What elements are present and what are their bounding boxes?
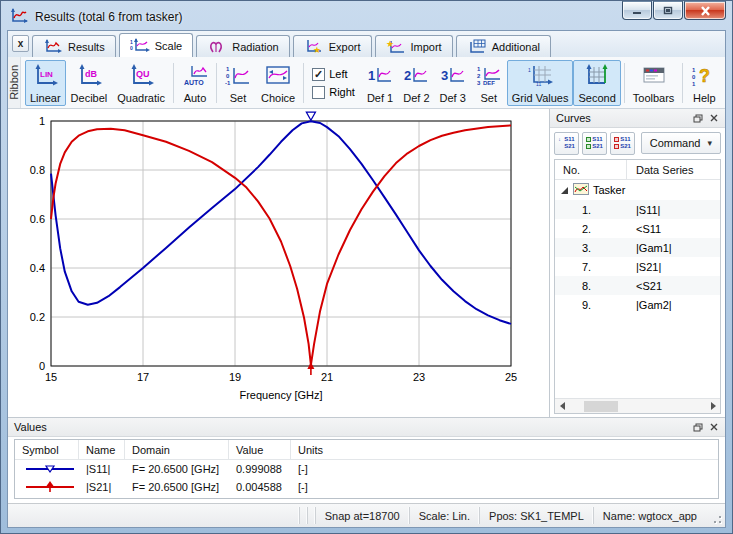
value-row-s21[interactable]: |S21| F= 20.6500 [GHz] 0.004588 [-] (15, 478, 718, 496)
tab-additional[interactable]: Additional (456, 35, 551, 57)
toolbars-icon (641, 63, 667, 87)
scrollbar-track[interactable] (570, 399, 705, 413)
svg-text:1: 1 (477, 66, 481, 72)
ribbon-close-button[interactable]: x (12, 35, 29, 52)
ribbon: Ribbon LIN Linear dB Decibel QU Quadrati… (8, 57, 725, 109)
button-label: Def 3 (440, 92, 466, 104)
svg-text:0.2: 0.2 (30, 311, 45, 323)
button-label: Second (578, 92, 615, 104)
statusbar-ppos: Ppos: SK1_TEMPL (479, 507, 593, 524)
column-header-data-series[interactable]: Data Series (627, 164, 720, 176)
tree-group-label: Tasker (593, 184, 625, 196)
def2-button[interactable]: 2 Def 2 (398, 60, 434, 106)
curve-row-s21-mag[interactable]: 7. |S21| (555, 257, 720, 276)
close-button[interactable] (684, 1, 726, 20)
decibel-scale-icon: dB (76, 63, 102, 87)
second-grid-icon (584, 63, 610, 87)
horizontal-scrollbar[interactable] (555, 398, 720, 413)
button-label: Set (481, 92, 498, 104)
set-definitions-button[interactable]: 123DEF Set (471, 60, 507, 106)
svg-text:2: 2 (477, 73, 481, 79)
additional-chart-icon (467, 39, 487, 54)
svg-text:19: 19 (229, 371, 241, 383)
curve-row-gam2[interactable]: 9. |Gam2| (555, 295, 720, 314)
plot-area[interactable]: 15171921232500.20.40.60.81Frequency [GHz… (8, 109, 549, 417)
command-dropdown-button[interactable]: Command ▾ (641, 132, 721, 154)
statusbar: Snap at=18700 Scale: Lin. Ppos: SK1_TEMP… (8, 503, 725, 527)
def1-button[interactable]: 1 Def 1 (362, 60, 398, 106)
scroll-right-icon[interactable] (705, 399, 720, 413)
resize-grip[interactable] (708, 510, 723, 525)
statusbar-name: Name: wgtocx_app (593, 507, 706, 524)
svg-text:11: 11 (536, 81, 541, 87)
second-grid-button[interactable]: Second (573, 60, 620, 106)
window-bottom-frame (1, 528, 732, 533)
curve-row-s21-phase[interactable]: 8. <S21 (555, 276, 720, 295)
uncheck-all-curves-button[interactable]: S11 S21 (610, 132, 635, 155)
choice-button[interactable]: Choice (256, 60, 300, 106)
curve-row-gam1[interactable]: 3. |Gam1| (555, 238, 720, 257)
ribbon-separator (303, 63, 304, 103)
curves-table-header: No. Data Series (555, 160, 720, 180)
column-header-value: Value (229, 440, 291, 459)
scrollbar-thumb[interactable] (584, 401, 618, 412)
tasker-chart-icon (573, 183, 589, 197)
close-panel-icon[interactable] (706, 420, 722, 435)
def1-icon: 1 (367, 63, 393, 87)
button-label: Def 1 (367, 92, 393, 104)
expander-icon[interactable] (559, 185, 569, 195)
grid-values-button[interactable]: 111 Grid Values (507, 60, 574, 106)
left-axis-checkbox[interactable]: ✓ Left (312, 68, 355, 81)
svg-text:0.8: 0.8 (30, 164, 45, 176)
toolbars-button[interactable]: Toolbars (628, 60, 680, 106)
set-scale-icon: 10-1 (225, 63, 251, 87)
right-axis-checkbox[interactable]: Right (312, 86, 355, 99)
svg-text:0.4: 0.4 (30, 262, 45, 274)
scroll-left-icon[interactable] (555, 399, 570, 413)
curve-row-s11-phase[interactable]: 2. <S11 (555, 219, 720, 238)
tree-group-tasker[interactable]: Tasker (555, 180, 720, 200)
tab-import[interactable]: ★ Import (375, 35, 453, 57)
ribbon-separator (624, 63, 625, 103)
check-all-curves-button[interactable]: S11 S21 (582, 132, 607, 155)
ribbon-side-strip: Ribbon (8, 57, 21, 108)
def3-button[interactable]: 3 Def 3 (435, 60, 471, 106)
close-panel-icon[interactable] (706, 111, 722, 126)
tab-results[interactable]: Results (32, 35, 116, 57)
help-button[interactable]: 101? Help (686, 60, 722, 106)
set-scale-button[interactable]: 10-1 Set (220, 60, 256, 106)
window-content: x Results 10 Scale Radiation ★ Export (7, 30, 726, 528)
plot-selected-curves-button[interactable]: ↓S11 S21 (554, 132, 579, 155)
tab-radiation[interactable]: Radiation (196, 35, 289, 57)
float-panel-icon[interactable] (690, 420, 706, 435)
quadratic-button[interactable]: QU Quadratic (112, 60, 170, 106)
results-window: Results (total 6 from tasker) x Results … (0, 0, 733, 534)
svg-text:3: 3 (477, 80, 481, 86)
checkbox-checked-icon: ✓ (312, 68, 325, 81)
decibel-button[interactable]: dB Decibel (66, 60, 113, 106)
value-row-s11[interactable]: |S11| F= 20.6500 [GHz] 0.999088 [-] (15, 460, 718, 478)
restore-button[interactable] (653, 1, 683, 20)
curve-row-s11-mag[interactable]: 1. |S11| (555, 200, 720, 219)
radiation-pattern-icon (207, 39, 227, 54)
svg-text:AUTO: AUTO (184, 79, 204, 86)
svg-text:0: 0 (130, 45, 133, 51)
minimize-button[interactable] (622, 1, 652, 20)
column-header-symbol: Symbol (15, 440, 79, 459)
linear-button[interactable]: LIN Linear (25, 60, 66, 106)
tab-label: Additional (492, 41, 540, 53)
tab-scale[interactable]: 10 Scale (119, 33, 194, 57)
svg-text:dB: dB (85, 69, 97, 79)
float-panel-icon[interactable] (690, 111, 706, 126)
svg-text:1: 1 (692, 81, 696, 87)
values-table: Symbol Name Domain Value Units |S11| F= … (14, 439, 719, 499)
ribbon-separator (216, 63, 217, 103)
main-area: 15171921232500.20.40.60.81Frequency [GHz… (8, 109, 725, 417)
column-header-no[interactable]: No. (555, 160, 627, 179)
svg-text:1: 1 (528, 67, 531, 73)
auto-scale-button[interactable]: AUTO Auto (177, 60, 213, 106)
tab-export[interactable]: ★ Export (293, 35, 372, 57)
linear-scale-icon: LIN (32, 63, 58, 87)
svg-text:1: 1 (368, 68, 375, 83)
blue-line-triangle-marker (15, 463, 79, 475)
